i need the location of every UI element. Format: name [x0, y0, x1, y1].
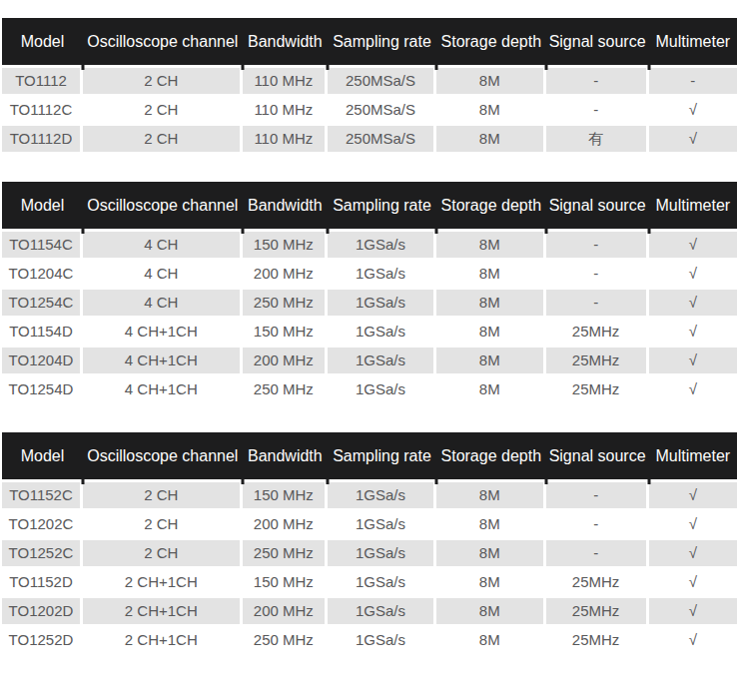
- header-cell-oscilloscope-channel: Oscilloscope channel: [83, 447, 243, 465]
- header-cell-sampling-rate: Sampling rate: [328, 197, 436, 215]
- cell-sampling-rate: 1GSa/s: [328, 540, 436, 566]
- column-divider-tick: [81, 229, 84, 234]
- cell-oscilloscope-channel: 2 CH: [83, 482, 243, 508]
- cell-signal-source: -: [546, 68, 649, 94]
- column-divider-tick: [434, 229, 437, 234]
- cell-oscilloscope-channel: 2 CH+1CH: [83, 627, 243, 653]
- cell-sampling-rate: 1GSa/s: [328, 482, 436, 508]
- header-cell-bandwidth: Bandwidth: [243, 197, 328, 215]
- cell-multimeter: √: [649, 319, 737, 345]
- column-divider-tick: [241, 65, 244, 70]
- cell-model: TO1254D: [2, 376, 83, 402]
- cell-multimeter: √: [649, 376, 737, 402]
- cell-signal-source: 25MHz: [546, 598, 649, 624]
- cell-multimeter: √: [649, 569, 737, 595]
- header-cell-sampling-rate: Sampling rate: [328, 447, 436, 465]
- table-row: TO1254D4 CH+1CH250 MHz1GSa/s8M25MHz√: [2, 376, 737, 402]
- cell-oscilloscope-channel: 2 CH: [83, 540, 243, 566]
- column-divider-tick: [81, 479, 84, 484]
- cell-oscilloscope-channel: 2 CH: [83, 126, 243, 152]
- cell-signal-source: 25MHz: [546, 627, 649, 653]
- header-cell-storage-depth: Storage depth: [436, 33, 546, 51]
- cell-oscilloscope-channel: 2 CH+1CH: [83, 569, 243, 595]
- cell-storage-depth: 8M: [436, 126, 546, 152]
- table-header: Model Oscilloscope channel Bandwidth Sam…: [2, 182, 737, 229]
- cell-model: TO1204D: [2, 348, 83, 373]
- table-row: TO1252C2 CH250 MHz1GSa/s8M-√: [2, 540, 737, 566]
- cell-signal-source: -: [546, 290, 649, 316]
- cell-storage-depth: 8M: [436, 511, 546, 537]
- cell-storage-depth: 8M: [436, 540, 546, 566]
- cell-bandwidth: 110 MHz: [243, 68, 328, 94]
- cell-storage-depth: 8M: [436, 627, 546, 653]
- cell-model: TO1112C: [2, 97, 83, 123]
- table-row: TO11122 CH110 MHz250MSa/S8M--: [2, 68, 737, 94]
- cell-bandwidth: 250 MHz: [243, 627, 328, 653]
- cell-model: TO1112: [2, 68, 83, 94]
- cell-oscilloscope-channel: 4 CH+1CH: [83, 319, 243, 345]
- cell-bandwidth: 200 MHz: [243, 598, 328, 624]
- column-divider-tick: [434, 479, 437, 484]
- column-divider-tick: [241, 229, 244, 234]
- cell-multimeter: √: [649, 348, 737, 373]
- cell-bandwidth: 250 MHz: [243, 376, 328, 402]
- cell-bandwidth: 250 MHz: [243, 290, 328, 316]
- table-body: TO11122 CH110 MHz250MSa/S8M--TO1112C2 CH…: [2, 68, 737, 152]
- cell-sampling-rate: 1GSa/s: [328, 627, 436, 653]
- cell-oscilloscope-channel: 4 CH+1CH: [83, 376, 243, 402]
- header-cell-multimeter: Multimeter: [649, 447, 737, 465]
- table-row: TO1112D2 CH110 MHz250MSa/S8M有√: [2, 126, 737, 152]
- spec-tables-page: Model Oscilloscope channel Bandwidth Sam…: [0, 0, 739, 700]
- table-row: TO1254C4 CH250 MHz1GSa/s8M-√: [2, 290, 737, 316]
- cell-storage-depth: 8M: [436, 232, 546, 258]
- cell-sampling-rate: 1GSa/s: [328, 569, 436, 595]
- cell-model: TO1252D: [2, 627, 83, 653]
- cell-multimeter: √: [649, 261, 737, 287]
- table-row: TO1202C2 CH200 MHz1GSa/s8M-√: [2, 511, 737, 537]
- cell-signal-source: -: [546, 261, 649, 287]
- cell-oscilloscope-channel: 2 CH: [83, 97, 243, 123]
- cell-multimeter: √: [649, 627, 737, 653]
- table-header: Model Oscilloscope channel Bandwidth Sam…: [2, 18, 737, 65]
- cell-signal-source: -: [546, 482, 649, 508]
- column-divider-tick: [647, 229, 650, 234]
- cell-oscilloscope-channel: 4 CH: [83, 232, 243, 258]
- header-cell-model: Model: [2, 33, 83, 51]
- cell-sampling-rate: 250MSa/S: [328, 68, 436, 94]
- cell-multimeter: √: [649, 290, 737, 316]
- cell-sampling-rate: 1GSa/s: [328, 232, 436, 258]
- cell-signal-source: 25MHz: [546, 348, 649, 373]
- cell-bandwidth: 200 MHz: [243, 511, 328, 537]
- cell-storage-depth: 8M: [436, 482, 546, 508]
- column-divider-tick: [241, 479, 244, 484]
- cell-multimeter: -: [649, 68, 737, 94]
- cell-sampling-rate: 250MSa/S: [328, 126, 436, 152]
- header-cell-signal-source: Signal source: [546, 447, 649, 465]
- cell-model: TO1154D: [2, 319, 83, 345]
- header-cell-model: Model: [2, 447, 83, 465]
- cell-signal-source: 有: [546, 126, 649, 152]
- cell-signal-source: 25MHz: [546, 569, 649, 595]
- column-divider-tick: [647, 479, 650, 484]
- spec-table-2: Model Oscilloscope channel Bandwidth Sam…: [2, 182, 737, 402]
- column-divider-tick: [327, 65, 330, 70]
- cell-oscilloscope-channel: 4 CH: [83, 261, 243, 287]
- header-cell-bandwidth: Bandwidth: [243, 447, 328, 465]
- cell-oscilloscope-channel: 4 CH+1CH: [83, 348, 243, 373]
- cell-bandwidth: 250 MHz: [243, 540, 328, 566]
- header-cell-storage-depth: Storage depth: [436, 197, 546, 215]
- header-cell-signal-source: Signal source: [546, 197, 649, 215]
- table-row: TO1204C4 CH200 MHz1GSa/s8M-√: [2, 261, 737, 287]
- header-cell-bandwidth: Bandwidth: [243, 33, 328, 51]
- table-row: TO1154C4 CH150 MHz1GSa/s8M-√: [2, 232, 737, 258]
- header-cell-signal-source: Signal source: [546, 33, 649, 51]
- cell-signal-source: -: [546, 511, 649, 537]
- cell-bandwidth: 150 MHz: [243, 569, 328, 595]
- cell-bandwidth: 150 MHz: [243, 482, 328, 508]
- cell-model: TO1152D: [2, 569, 83, 595]
- cell-bandwidth: 200 MHz: [243, 261, 328, 287]
- cell-bandwidth: 150 MHz: [243, 319, 328, 345]
- cell-oscilloscope-channel: 2 CH: [83, 511, 243, 537]
- cell-multimeter: √: [649, 126, 737, 152]
- cell-sampling-rate: 1GSa/s: [328, 290, 436, 316]
